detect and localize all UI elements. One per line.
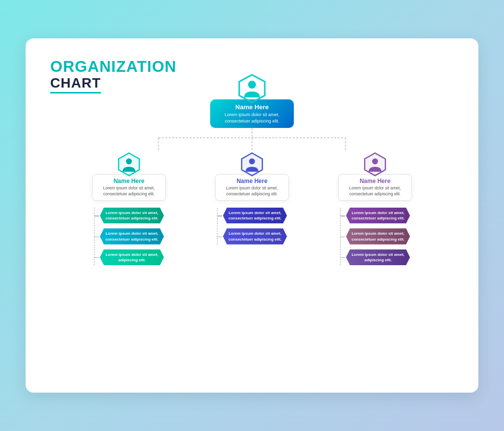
sub-badge-3-3: Lorem ipsum dolor sit amet, adipiscing e… [346,249,410,265]
sub-item-1-2: Lorem ipsum dolor sit amet, consectetuer… [100,228,166,244]
l2-hex-icon-2 [239,152,265,177]
sub-item-2-1: Lorem ipsum dolor sit amet, consectetuer… [223,208,289,223]
l2-name-1: Name Here [99,178,158,185]
l2-name-3: Name Here [346,178,405,185]
l2-node-3: Name Here Lorem ipsum dolor sit amet, co… [326,152,424,265]
l2-label-3: Name Here Lorem ipsum dolor sit amet, co… [338,174,412,201]
l2-subitems-2: Lorem ipsum dolor sit amet, consectetuer… [215,208,289,245]
sub-item-1-1: Lorem ipsum dolor sit amet, consectetuer… [100,208,166,223]
root-hex-icon [236,73,268,104]
root-row: Name Here Lorem ipsum dolor sit amet, co… [210,63,294,128]
sub-badge-1-3: Lorem ipsum dolor sit amet, adipiscing e… [100,249,164,265]
sub-item-1-3: Lorem ipsum dolor sit amet, adipiscing e… [100,249,166,265]
sub-item-2-2: Lorem ipsum dolor sit amet, consectetuer… [223,228,289,244]
sub-badge-3-1: Lorem ipsum dolor sit amet, consectetuer… [346,208,410,223]
l2-subitems-1: Lorem ipsum dolor sit amet, consectetuer… [92,208,166,265]
l2-hex-icon-1 [116,152,142,177]
root-desc: Lorem ipsum dolor sit amet, consectetuer… [219,112,285,124]
sub-badge-1-1: Lorem ipsum dolor sit amet, consectetuer… [100,208,164,223]
root-name: Name Here [219,103,285,111]
svg-point-8 [126,158,132,164]
sub-badge-1-2: Lorem ipsum dolor sit amet, consectetuer… [100,228,164,244]
sub-badge-3-2: Lorem ipsum dolor sit amet, consectetuer… [346,228,410,244]
sub-item-3-3: Lorem ipsum dolor sit amet, adipiscing e… [346,249,412,265]
svg-point-10 [249,158,255,164]
l2-label-1: Name Here Lorem ipsum dolor sit amet, co… [92,174,166,201]
root-node: Name Here Lorem ipsum dolor sit amet, co… [210,73,294,128]
l2-label-2: Name Here Lorem ipsum dolor sit amet, co… [215,174,289,201]
svg-point-1 [248,81,256,89]
svg-point-12 [372,158,378,164]
sub-item-3-2: Lorem ipsum dolor sit amet, consectetuer… [346,228,412,244]
l2-hex-icon-3 [362,152,388,177]
l2-desc-1: Lorem ipsum dolor sit amet, consectetuer… [99,185,158,197]
card: ORGANIZATION CHART Name Here Lorem ips [26,38,478,393]
sub-badge-2-2: Lorem ipsum dolor sit amet, consectetuer… [223,228,287,244]
sub-badge-2-1: Lorem ipsum dolor sit amet, consectetuer… [223,208,287,223]
l2-desc-2: Lorem ipsum dolor sit amet, consectetuer… [222,185,282,197]
org-chart: Name Here Lorem ipsum dolor sit amet, co… [26,58,478,393]
l2-subitems-3: Lorem ipsum dolor sit amet, consectetuer… [338,208,412,265]
level2-row: Name Here Lorem ipsum dolor sit amet, co… [80,152,424,265]
l2-node-1: Name Here Lorem ipsum dolor sit amet, co… [80,152,178,265]
sub-item-3-1: Lorem ipsum dolor sit amet, consectetuer… [346,208,412,223]
connector-root-l2 [104,128,400,152]
l2-node-2: Name Here Lorem ipsum dolor sit amet, co… [203,152,301,265]
l2-desc-3: Lorem ipsum dolor sit amet, consectetuer… [346,185,405,197]
l2-name-2: Name Here [222,178,282,185]
